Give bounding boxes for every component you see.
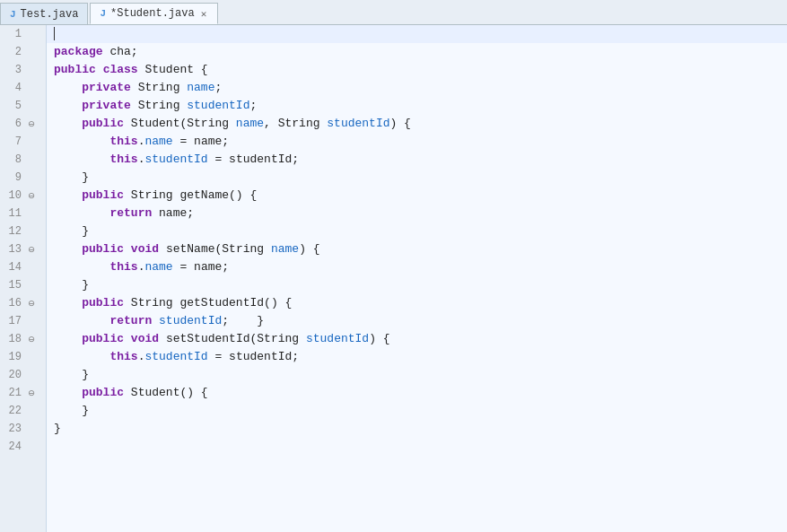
line-18-num: 18⊖ <box>0 330 46 348</box>
code-line-11: return name; <box>47 205 787 222</box>
line-1-num: 1 <box>0 25 46 43</box>
java-icon: J <box>10 9 16 20</box>
code-line-13: public void setName(String name) { <box>47 240 787 258</box>
line-23-num: 23 <box>0 420 46 438</box>
tab-student-label: *Student.java <box>110 7 195 20</box>
code-line-23: } <box>47 420 787 438</box>
line-7-num: 7 <box>0 133 46 151</box>
line-2-num: 2 <box>0 43 46 61</box>
line-10-num: 10⊖ <box>0 187 46 205</box>
code-line-21: public Student() { <box>47 384 787 402</box>
line-3-num: 3 <box>0 61 46 79</box>
line-11-num: 11 <box>0 205 46 222</box>
code-line-14: this.name = name; <box>47 258 787 276</box>
line-8-num: 8 <box>0 151 46 169</box>
code-line-8: this.studentId = studentId; <box>47 151 787 169</box>
tab-test[interactable]: J Test.java <box>0 3 88 24</box>
tab-test-label: Test.java <box>21 8 79 21</box>
line-22-num: 22 <box>0 402 46 420</box>
line-4-num: 4 <box>0 79 46 97</box>
code-line-2: package cha; <box>47 43 787 61</box>
code-line-12: } <box>47 222 787 240</box>
tab-close-button[interactable]: ✕ <box>199 8 209 20</box>
line-17-num: 17 <box>0 312 46 330</box>
code-line-16: public String getStudentId() { <box>47 294 787 312</box>
tab-bar: J Test.java J *Student.java ✕ <box>0 0 787 25</box>
code-content[interactable]: package cha; public class Student { priv… <box>47 25 787 532</box>
line-20-num: 20 <box>0 366 46 384</box>
code-line-15: } <box>47 276 787 294</box>
code-line-18: public void setStudentId(String studentI… <box>47 330 787 348</box>
line-6-num: 6⊖ <box>0 115 46 133</box>
code-line-7: this.name = name; <box>47 133 787 151</box>
line-24-num: 24 <box>0 438 46 456</box>
line-5-num: 5 <box>0 97 46 115</box>
line-14-num: 14 <box>0 258 46 276</box>
line-15-num: 15 <box>0 276 46 294</box>
code-line-20: } <box>47 366 787 384</box>
tab-student[interactable]: J *Student.java ✕ <box>90 3 218 24</box>
code-line-24 <box>47 438 787 456</box>
code-line-22: } <box>47 402 787 420</box>
line-9-num: 9 <box>0 169 46 187</box>
line-19-num: 19 <box>0 348 46 366</box>
line-13-num: 13⊖ <box>0 240 46 258</box>
line-16-num: 16⊖ <box>0 294 46 312</box>
line-21-num: 21⊖ <box>0 384 46 402</box>
code-line-9: } <box>47 169 787 187</box>
code-line-17: return studentId; } <box>47 312 787 330</box>
code-line-5: private String studentId; <box>47 97 787 115</box>
code-line-4: private String name; <box>47 79 787 97</box>
line-numbers: 1 2 3 4 5 6⊖ 7 8 9 10⊖ 11 12 13⊖ 14 15 1… <box>0 25 47 532</box>
code-line-19: this.studentId = studentId; <box>47 348 787 366</box>
java-icon-student: J <box>100 8 106 19</box>
code-line-10: public String getName() { <box>47 187 787 205</box>
code-line-6: public Student(String name, String stude… <box>47 115 787 133</box>
editor-area: 1 2 3 4 5 6⊖ 7 8 9 10⊖ 11 12 13⊖ 14 15 1… <box>0 25 787 532</box>
line-12-num: 12 <box>0 222 46 240</box>
code-line-1 <box>47 25 787 43</box>
code-line-3: public class Student { <box>47 61 787 79</box>
